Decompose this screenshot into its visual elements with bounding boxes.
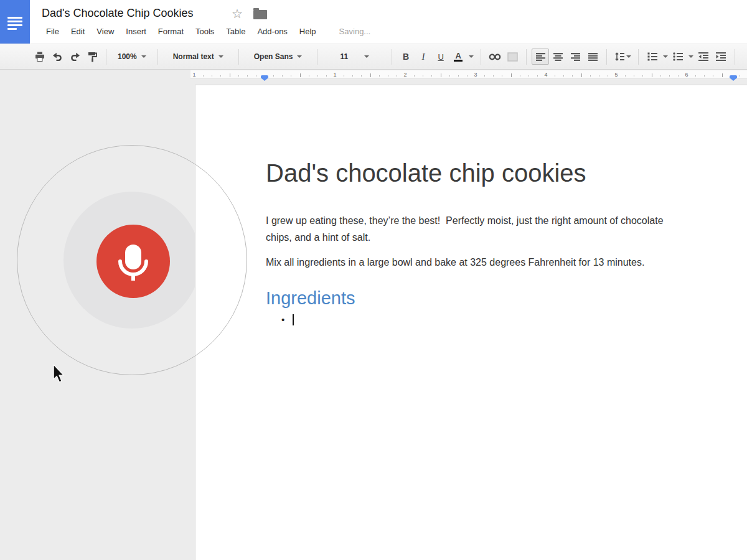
ruler-tick [740, 75, 740, 77]
dropdown-caret-icon [364, 55, 369, 58]
menu-item-table[interactable]: Table [224, 26, 247, 37]
ruler-tick [291, 75, 291, 77]
ruler-tick [247, 75, 248, 77]
bulleted-list-dropdown[interactable] [687, 49, 695, 65]
align-right-icon [571, 53, 580, 61]
text-color-button[interactable]: A [449, 49, 467, 65]
font-size-select[interactable]: 11 [322, 49, 387, 65]
toolbar-separator [157, 49, 158, 65]
menubar: FileEditViewInsertFormatToolsTableAdd-on… [44, 26, 372, 37]
ruler-tick [599, 75, 599, 77]
document-title-field[interactable]: Dad's Chocolate Chip Cookies [42, 7, 194, 20]
mouse-pointer-icon [52, 365, 65, 386]
bold-label: B [403, 52, 409, 62]
doc-paragraph[interactable]: Mix all ingredients in a large bowl and … [266, 254, 718, 271]
ruler-tick [230, 73, 230, 77]
decrease-indent-icon [698, 52, 708, 61]
ruler-tick [608, 75, 608, 77]
numbered-list-dropdown[interactable] [661, 49, 669, 65]
toolbar-separator [606, 49, 607, 65]
undo-button[interactable] [49, 49, 66, 65]
toolbar-separator [106, 49, 106, 65]
insert-image-button[interactable] [504, 49, 521, 65]
ruler-tick [484, 75, 485, 77]
ruler-number: 4 [544, 72, 547, 78]
ruler-tick [695, 75, 696, 77]
align-justify-button[interactable] [584, 49, 601, 65]
ruler-tick [397, 75, 397, 77]
voice-typing-mic-button[interactable] [96, 225, 170, 298]
document-page[interactable]: Dad's chocolate chip cookies I grew up e… [195, 85, 747, 560]
menu-item-file[interactable]: File [44, 26, 61, 37]
font-family-value: Open Sans [254, 52, 293, 61]
doc-heading-title[interactable]: Dad's chocolate chip cookies [266, 159, 718, 187]
numbered-list-icon [647, 52, 657, 61]
star-icon[interactable]: ☆ [232, 6, 243, 21]
menu-item-format[interactable]: Format [156, 26, 186, 37]
left-indent-marker[interactable] [261, 75, 268, 81]
ruler-tick [414, 75, 415, 77]
align-left-button[interactable] [532, 49, 549, 65]
ruler-number: 5 [614, 72, 618, 78]
bullet-glyph: • [281, 312, 284, 327]
paragraph-style-select[interactable]: Normal text [163, 49, 233, 65]
redo-button[interactable] [66, 49, 83, 65]
ruler-tick [652, 73, 652, 77]
right-indent-marker[interactable] [730, 75, 737, 81]
docs-home-icon-line [7, 17, 22, 19]
menu-item-add-ons[interactable]: Add-ons [255, 26, 289, 37]
align-center-button[interactable] [549, 49, 566, 65]
increase-indent-button[interactable] [712, 49, 730, 65]
docs-home-icon-line [7, 21, 22, 22]
insert-link-button[interactable] [486, 49, 504, 65]
italic-button[interactable]: I [415, 49, 432, 65]
menu-item-view[interactable]: View [95, 26, 116, 37]
docs-home-icon[interactable] [0, 0, 30, 44]
ruler-number: 1 [192, 72, 195, 78]
clear-formatting-button[interactable]: Tx [740, 49, 747, 65]
ruler-tick [238, 75, 239, 77]
doc-text-line: I grew up eating these, they’re the best… [266, 212, 718, 229]
zoom-select[interactable]: 100% [111, 49, 153, 65]
doc-heading-ingredients[interactable]: Ingredients [266, 287, 718, 309]
menu-item-tools[interactable]: Tools [194, 26, 216, 37]
paragraph-style-value: Normal text [173, 52, 214, 61]
bulleted-list-button[interactable] [669, 49, 687, 65]
font-family-select[interactable]: Open Sans [244, 49, 312, 65]
dropdown-caret-icon [663, 55, 668, 58]
ruler-tick [361, 75, 362, 77]
menu-item-insert[interactable]: Insert [124, 26, 148, 37]
menu-item-edit[interactable]: Edit [69, 26, 87, 37]
ruler-tick [713, 75, 713, 77]
doc-body-paragraphs[interactable]: I grew up eating these, they’re the best… [266, 212, 718, 271]
numbered-list-button[interactable] [644, 49, 661, 65]
align-center-icon [553, 53, 563, 61]
underline-button[interactable]: U [432, 49, 449, 65]
decrease-indent-button[interactable] [695, 49, 712, 65]
folder-icon[interactable] [253, 10, 267, 19]
ruler-tick [300, 73, 301, 77]
ruler-tick [449, 75, 450, 77]
bullet-list-item[interactable]: • [266, 312, 718, 327]
page-content: Dad's chocolate chip cookies I grew up e… [195, 85, 747, 327]
toolbar-separator [638, 49, 639, 65]
doc-paragraph[interactable]: I grew up eating these, they’re the best… [266, 212, 718, 246]
menu-item-help[interactable]: Help [298, 26, 318, 37]
toolbar-separator [526, 49, 527, 65]
align-right-button[interactable] [566, 49, 584, 65]
toolbar-separator [317, 49, 317, 65]
align-justify-icon [588, 53, 598, 61]
paint-format-button[interactable] [83, 49, 101, 65]
ruler-tick [625, 75, 626, 77]
line-spacing-button[interactable] [612, 49, 633, 65]
underline-label: U [438, 52, 443, 62]
ruler-tick [326, 75, 327, 77]
text-color-dropdown[interactable] [467, 49, 476, 65]
google-docs-window: Dad's Chocolate Chip Cookies ☆ FileEditV… [0, 0, 747, 560]
ruler-tick [212, 75, 212, 77]
print-button[interactable] [31, 49, 49, 65]
ruler-tick [634, 75, 634, 77]
ruler-number: 2 [403, 72, 406, 78]
zoom-value: 100% [118, 52, 137, 61]
bold-button[interactable]: B [397, 49, 415, 65]
